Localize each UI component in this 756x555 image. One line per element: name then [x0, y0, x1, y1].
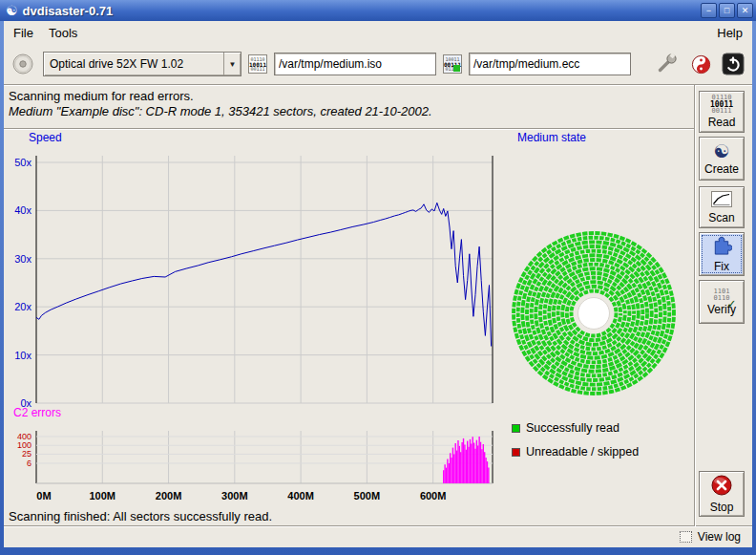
medium-state-title: Medium state	[517, 131, 586, 144]
svg-text:400M: 400M	[287, 490, 314, 502]
create-button[interactable]: ☯ Create	[699, 137, 745, 181]
svg-text:100M: 100M	[90, 490, 116, 502]
disc-svg	[508, 227, 680, 399]
svg-text:6: 6	[27, 459, 32, 468]
scan-button-label: Scan	[708, 211, 734, 224]
view-log-button[interactable]: View log	[676, 528, 745, 545]
maximize-button[interactable]: □	[719, 3, 735, 18]
legend-swatch-success	[512, 424, 520, 433]
stop-button-label: Stop	[710, 501, 734, 514]
svg-text:20x: 20x	[14, 301, 32, 312]
yin-yang-icon: ☯	[713, 142, 729, 161]
app-yin-yang-icon: ☯	[6, 4, 18, 17]
svg-text:0M: 0M	[36, 490, 51, 502]
legend-label-success: Successfully read	[526, 421, 620, 435]
svg-text:25: 25	[22, 449, 32, 459]
main-area: Scanning medium for read errors. Medium …	[4, 84, 752, 525]
ecc-file-icon: 10011 00111 01110	[443, 54, 462, 74]
menu-help[interactable]: Help	[709, 22, 750, 44]
view-log-label: View log	[698, 530, 741, 544]
menu-file[interactable]: File	[6, 22, 41, 44]
legend-row-success: Successfully read	[512, 421, 620, 435]
svg-text:30x: 30x	[14, 253, 32, 265]
svg-text:10x: 10x	[14, 350, 32, 361]
scan-result-status: Scanning finished: All sectors successfu…	[9, 509, 272, 523]
svg-text:300M: 300M	[221, 490, 248, 502]
iso-path-input[interactable]	[274, 53, 436, 75]
binary-read-icon: 01110 10011 00111	[710, 95, 733, 115]
close-button[interactable]: ✕	[737, 3, 753, 18]
svg-text:40x: 40x	[14, 204, 32, 216]
create-button-label: Create	[704, 162, 739, 176]
charts-svg: 50x40x30x20x10x0x0M100M200M300M400M500M6…	[4, 142, 502, 505]
log-window-icon	[680, 531, 692, 543]
status-line-1: Scanning medium for read errors.	[9, 89, 194, 103]
menu-tools[interactable]: Tools	[41, 22, 85, 44]
status-line-2: Medium "Example disc": CD-R mode 1, 3534…	[9, 104, 432, 118]
toolbar-right-group	[655, 51, 746, 77]
puzzle-piece-icon	[711, 235, 732, 259]
dvdisaster-red-yin-yang-icon[interactable]	[687, 51, 714, 77]
minimize-button[interactable]: −	[701, 3, 717, 18]
stop-button[interactable]: Stop	[699, 471, 745, 517]
verify-icon: 1101 0110 ✓	[714, 288, 730, 302]
read-button[interactable]: 01110 10011 00111 Read	[699, 91, 745, 133]
separator	[4, 128, 694, 130]
sidebar-separator	[694, 85, 696, 526]
menubar: File Tools Help	[4, 21, 752, 44]
ecc-green-dot	[453, 65, 460, 72]
ecc-path-input[interactable]	[469, 53, 631, 75]
toolbar: Optical drive 52X FW 1.02 ▼ 01110 10011 …	[4, 44, 752, 84]
scan-button[interactable]: Scan	[699, 186, 745, 228]
svg-text:50x: 50x	[14, 157, 32, 168]
check-icon: ✓	[728, 300, 736, 307]
dvdisaster-window: ☯ dvdisaster-0.71 − □ ✕ File Tools Help …	[0, 0, 756, 555]
svg-text:500M: 500M	[354, 490, 381, 502]
fix-button-label: Fix	[714, 260, 729, 273]
quit-power-icon[interactable]	[720, 51, 746, 77]
legend-label-unreadable: Unreadable / skipped	[526, 445, 639, 459]
footer-bar: View log	[4, 525, 752, 547]
svg-text:200M: 200M	[156, 490, 182, 502]
drive-select-dropdown[interactable]: Optical drive 52X FW 1.02 ▼	[43, 52, 242, 76]
drive-select-value: Optical drive 52X FW 1.02	[44, 57, 223, 71]
drive-icon[interactable]	[10, 51, 36, 77]
window-content: File Tools Help Optical drive 52X FW 1.0…	[4, 21, 752, 547]
chevron-down-icon: ▼	[223, 53, 241, 75]
scan-chart-icon	[711, 191, 732, 210]
titlebar[interactable]: ☯ dvdisaster-0.71 − □ ✕	[0, 0, 756, 21]
legend-swatch-unreadable	[512, 448, 520, 457]
svg-text:0x: 0x	[20, 397, 32, 409]
verify-button[interactable]: 1101 0110 ✓ Verify	[699, 280, 745, 324]
iso-image-icon: 01110 10011 00111	[248, 54, 267, 74]
preferences-wrench-icon[interactable]	[655, 51, 682, 77]
fix-button[interactable]: Fix	[699, 232, 745, 276]
stop-icon	[710, 474, 733, 500]
svg-text:600M: 600M	[420, 490, 447, 502]
window-title: dvdisaster-0.71	[23, 4, 699, 18]
read-button-label: Read	[708, 116, 736, 129]
legend-row-unreadable: Unreadable / skipped	[512, 445, 639, 459]
